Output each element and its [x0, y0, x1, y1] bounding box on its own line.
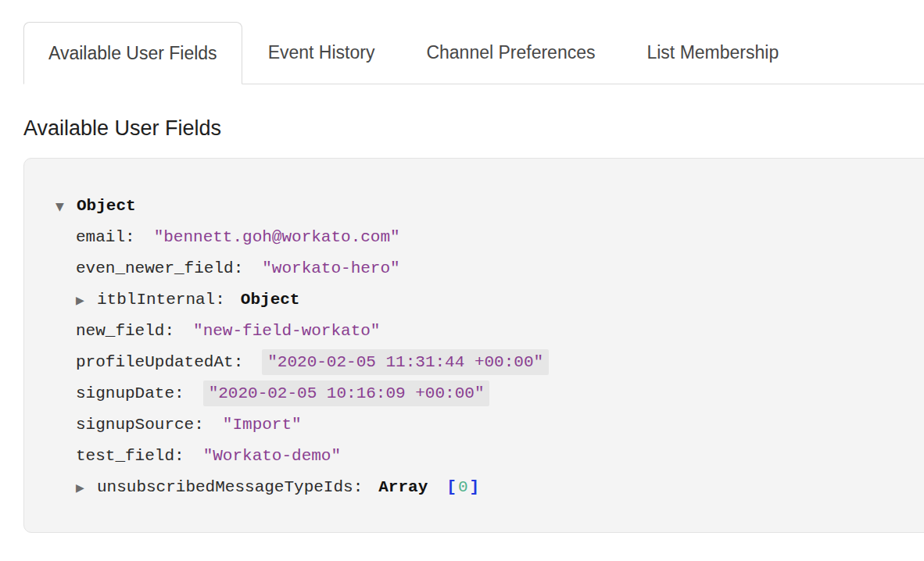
field-value: "Workato-demo" — [203, 447, 341, 465]
field-key: itblInternal: — [97, 291, 225, 309]
array-item-count: 0 — [457, 478, 470, 496]
array-bracket-close: ] — [470, 478, 480, 496]
array-type-label: Array — [378, 478, 428, 496]
field-key: unsubscribedMessageTypeIds: — [97, 478, 363, 496]
collapse-icon[interactable]: ▼ — [56, 191, 77, 222]
field-key: email: — [76, 228, 135, 246]
tree-row-new-field: new_field:"new-field-workato" — [56, 316, 903, 347]
field-value: "bennett.goh@workato.com" — [154, 228, 400, 246]
tab-event-history[interactable]: Event History — [242, 22, 401, 84]
tab-channel-preferences[interactable]: Channel Preferences — [400, 22, 621, 84]
field-key: test_field: — [76, 447, 184, 465]
field-key: new_field: — [76, 322, 174, 340]
root-object-label: Object — [77, 197, 136, 215]
tree-row-test-field: test_field:"Workato-demo" — [56, 441, 903, 472]
field-key: even_newer_field: — [76, 259, 243, 277]
tab-bar: Available User Fields Event History Chan… — [23, 22, 924, 84]
tree-row-signup-source: signupSource:"Import" — [56, 409, 903, 441]
field-value-highlighted: "2020-02-05 11:31:44 +00:00" — [262, 349, 549, 375]
field-key: profileUpdatedAt: — [76, 353, 243, 371]
tree-row-email: email:"bennett.goh@workato.com" — [56, 222, 903, 253]
tab-list-membership[interactable]: List Membership — [621, 22, 804, 84]
tree-row-profile-updated-at: profileUpdatedAt:"2020-02-05 11:31:44 +0… — [56, 347, 903, 378]
object-type-label: Object — [241, 291, 300, 309]
field-value: "Import" — [223, 416, 302, 434]
tree-row-itbl-internal: ▶itblInternal:Object — [56, 284, 903, 316]
tree-row-unsubscribed-message-type-ids: ▶unsubscribedMessageTypeIds:Array[0] — [56, 472, 903, 503]
page-title: Available User Fields — [23, 116, 924, 141]
tab-available-user-fields[interactable]: Available User Fields — [23, 22, 242, 84]
array-bracket-open: [ — [446, 478, 457, 496]
expand-icon[interactable]: ▶ — [76, 472, 97, 503]
field-key: signupDate: — [76, 384, 184, 402]
tree-row-signup-date: signupDate:"2020-02-05 10:16:09 +00:00" — [56, 378, 903, 409]
field-value: "new-field-workato" — [193, 322, 380, 340]
tree-root-row: ▼Object — [56, 191, 903, 222]
field-value: "workato-hero" — [262, 259, 399, 277]
tree-row-even-newer-field: even_newer_field:"workato-hero" — [56, 253, 903, 284]
field-value-highlighted: "2020-02-05 10:16:09 +00:00" — [203, 381, 490, 406]
field-key: signupSource: — [76, 416, 204, 434]
json-tree-panel: ▼Object email:"bennett.goh@workato.com" … — [23, 158, 924, 533]
expand-icon[interactable]: ▶ — [76, 284, 97, 316]
